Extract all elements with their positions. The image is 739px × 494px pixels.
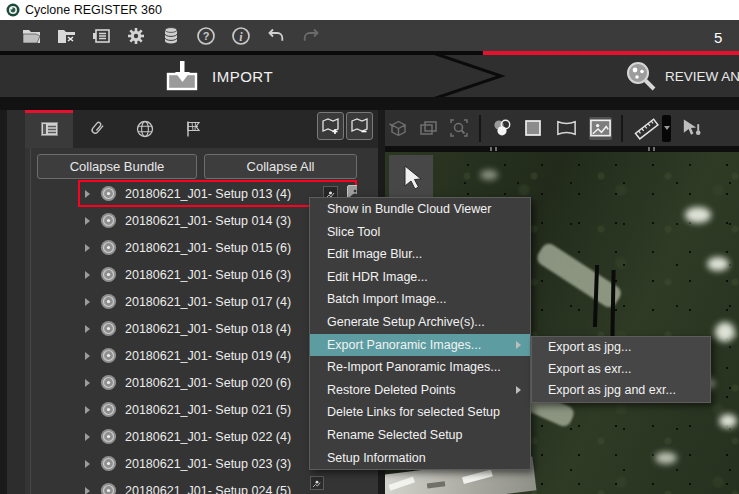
measure-dropdown-button[interactable] xyxy=(662,115,671,142)
expand-arrow-icon[interactable] xyxy=(85,298,90,306)
setup-target-icon xyxy=(100,482,117,494)
expand-arrow-icon[interactable] xyxy=(85,460,90,468)
map-plus-icon xyxy=(321,117,341,135)
expand-arrow-icon[interactable] xyxy=(85,190,90,198)
setup-target-icon xyxy=(100,185,117,202)
map-light-patch xyxy=(715,322,735,342)
setup-label: 20180621_J01- Setup 017 (4) xyxy=(125,295,291,309)
help-icon[interactable]: ? xyxy=(195,25,217,47)
add-bookmark-button[interactable] xyxy=(317,112,344,140)
menu-item-restore-deleted-points[interactable]: Restore Deleted Points xyxy=(310,379,530,402)
tab-review-label: REVIEW AN xyxy=(665,69,739,84)
menu-item-label: Export Panoramic Images... xyxy=(327,338,481,352)
main-toolbar: ? i xyxy=(0,20,739,51)
svg-text:i: i xyxy=(239,29,243,43)
expand-arrow-icon[interactable] xyxy=(85,271,90,279)
panel-top-band xyxy=(0,97,739,110)
collapse-bundle-button[interactable]: Collapse Bundle xyxy=(37,154,197,179)
expand-arrow-icon[interactable] xyxy=(85,379,90,387)
stage-ribbon: IMPORT REVIEW AN xyxy=(0,55,739,97)
close-project-icon[interactable] xyxy=(55,25,77,47)
expand-arrow-icon[interactable] xyxy=(85,217,90,225)
menu-item-rename-selected-setup[interactable]: Rename Selected Setup xyxy=(310,424,530,447)
submenu-arrow-icon xyxy=(516,386,521,394)
storage-database-icon[interactable] xyxy=(160,25,182,47)
panorama-view-icon[interactable] xyxy=(555,117,578,140)
setup-label: 20180621_J01- Setup 022 (4) xyxy=(125,430,291,444)
sitemap-flag-icon xyxy=(183,119,203,139)
export-panoramic-submenu: Export as jpg... Export as exr... Export… xyxy=(531,336,711,403)
tab-import[interactable]: IMPORT xyxy=(160,55,273,97)
map-light-patch xyxy=(719,414,737,428)
expand-arrow-icon[interactable] xyxy=(85,433,90,441)
undo-icon[interactable] xyxy=(265,25,287,47)
setup-label: 20180621_J01- Setup 014 (3) xyxy=(125,214,291,228)
tab-review-and-optimize[interactable]: REVIEW AN xyxy=(624,55,739,97)
fill-view-icon[interactable] xyxy=(521,117,544,140)
expand-arrow-icon[interactable] xyxy=(85,244,90,252)
menu-item-generate-setup-archives[interactable]: Generate Setup Archive(s)... xyxy=(310,311,530,334)
titlebar: Cyclone REGISTER 360 xyxy=(0,0,739,20)
submenu-item-export-as-jpg-and-exr[interactable]: Export as jpg and exr... xyxy=(532,380,710,402)
toolbar-separator xyxy=(621,115,623,142)
splitter-handle[interactable] xyxy=(648,147,655,151)
svg-text:?: ? xyxy=(203,30,210,42)
setup-label: 20180621_J01- Setup 023 (3) xyxy=(125,457,291,471)
setup-label: 20180621_J01- Setup 019 (4) xyxy=(125,349,291,363)
expand-arrow-icon[interactable] xyxy=(85,406,90,414)
expand-arrow-icon[interactable] xyxy=(85,487,90,494)
menu-item-edit-hdr-image[interactable]: Edit HDR Image... xyxy=(310,266,530,289)
setup-image-button[interactable] xyxy=(310,476,324,490)
setup-target-icon xyxy=(100,320,117,337)
setup-label: 20180621_J01- Setup 015 (6) xyxy=(125,241,291,255)
collapse-all-button[interactable]: Collapse All xyxy=(204,154,357,179)
setup-target-icon xyxy=(100,455,117,472)
settings-gear-icon[interactable] xyxy=(125,25,147,47)
cursor-temperature-icon[interactable] xyxy=(680,117,703,140)
tab-sitemap[interactable] xyxy=(169,110,217,148)
explorer-tab-bar xyxy=(25,110,378,148)
menu-item-slice-tool[interactable]: Slice Tool xyxy=(310,221,530,244)
setup-target-icon xyxy=(100,401,117,418)
menu-item-export-panoramic-images[interactable]: Export Panoramic Images... xyxy=(310,334,530,357)
setup-target-icon xyxy=(100,347,117,364)
color-mode-icon[interactable] xyxy=(490,117,513,140)
submenu-item-export-as-exr[interactable]: Export as exr... xyxy=(532,359,710,381)
bundle-tree-icon xyxy=(41,122,58,136)
remove-bookmark-button[interactable] xyxy=(346,112,373,140)
splitter-handle[interactable] xyxy=(490,147,497,151)
info-icon[interactable]: i xyxy=(230,25,252,47)
submenu-item-export-as-jpg[interactable]: Export as jpg... xyxy=(532,337,710,359)
app-logo-icon xyxy=(6,3,20,17)
map-minus-icon xyxy=(350,117,370,135)
tab-bundle-tree[interactable] xyxy=(25,110,73,148)
menu-item-label: Restore Deleted Points xyxy=(327,383,456,397)
zoom-region-icon xyxy=(447,117,470,140)
menu-item-show-in-bundle-cloud-viewer[interactable]: Show in Bundle Cloud Viewer xyxy=(310,198,530,221)
cyclone-register-window: Cyclone REGISTER 360 ? i xyxy=(0,0,739,494)
tab-web[interactable] xyxy=(121,110,169,148)
setup-label: 20180621_J01- Setup 018 (4) xyxy=(125,322,291,336)
setup-target-icon xyxy=(100,428,117,445)
menu-item-edit-image-blur[interactable]: Edit Image Blur... xyxy=(310,243,530,266)
tab-attachments[interactable] xyxy=(73,110,121,148)
menu-item-reimport-panoramic-images[interactable]: Re-Import Panoramic Images... xyxy=(310,356,530,379)
project-manager-icon[interactable] xyxy=(90,25,112,47)
corner-badge: 5 xyxy=(714,29,722,46)
setup-target-icon xyxy=(100,239,117,256)
paperclip-icon xyxy=(87,119,107,139)
setup-label: 20180621_J01- Setup 016 (3) xyxy=(125,268,291,282)
import-download-icon xyxy=(160,58,204,94)
image-view-icon[interactable] xyxy=(589,117,612,140)
menu-item-batch-import-image[interactable]: Batch Import Image... xyxy=(310,288,530,311)
menu-item-delete-links-for-selected-setup[interactable]: Delete Links for selected Setup xyxy=(310,401,530,424)
menu-item-setup-information[interactable]: Setup Information xyxy=(310,447,530,470)
open-project-icon[interactable] xyxy=(20,25,42,47)
expand-arrow-icon[interactable] xyxy=(85,352,90,360)
measure-ruler-icon[interactable] xyxy=(632,117,660,140)
select-cursor-tool-button[interactable] xyxy=(389,155,433,199)
expand-arrow-icon[interactable] xyxy=(85,325,90,333)
globe-icon xyxy=(135,119,155,139)
map-toolbar xyxy=(385,110,739,146)
setup-label: 20180621_J01- Setup 024 (5) xyxy=(125,484,291,494)
